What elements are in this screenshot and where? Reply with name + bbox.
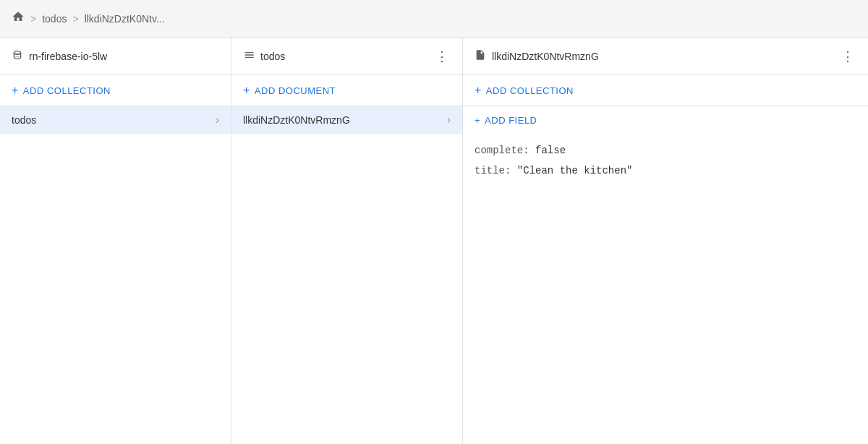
col-header-title-collection: todos <box>260 51 285 62</box>
field-row-title: title: "Clean the kitchen" <box>475 161 856 181</box>
add-field-button[interactable]: + ADD FIELD <box>463 106 868 135</box>
document-icon <box>475 49 486 64</box>
field-key-complete: complete: <box>475 145 529 156</box>
add-field-label: ADD FIELD <box>485 115 537 126</box>
field-key-title: title: <box>475 165 511 176</box>
column-document: llkdiNzDztK0NtvRmznG ⋮ + ADD COLLECTION … <box>463 38 868 444</box>
add-collection-label-left: ADD COLLECTION <box>23 85 111 96</box>
plus-icon-col2: + <box>243 84 250 97</box>
plus-icon-col1: + <box>12 84 19 97</box>
col-header-title-database: rn-firebase-io-5lw <box>29 51 107 62</box>
columns-container: rn-firebase-io-5lw + ADD COLLECTION todo… <box>0 38 868 444</box>
col-header-title-document: llkdiNzDztK0NtvRmznG <box>492 51 599 62</box>
breadcrumb-sep-2: > <box>72 13 78 25</box>
add-collection-label-right: ADD COLLECTION <box>486 85 574 96</box>
chevron-icon-doc: › <box>447 114 451 127</box>
fields-container: complete: false title: "Clean the kitche… <box>463 135 868 187</box>
list-item-todos-label: todos <box>12 114 36 126</box>
plus-icon-col3-field: + <box>475 115 480 126</box>
column-collection: todos ⋮ + ADD DOCUMENT llkdiNzDztK0NtvRm… <box>231 38 463 444</box>
col-header-database: rn-firebase-io-5lw <box>0 38 231 75</box>
breadcrumb-sep-1: > <box>30 13 36 25</box>
col-header-left-document: llkdiNzDztK0NtvRmznG <box>475 49 599 64</box>
plus-icon-col3-collection: + <box>475 84 482 97</box>
home-icon[interactable] <box>12 10 25 27</box>
collection-icon <box>243 49 255 64</box>
add-document-button[interactable]: + ADD DOCUMENT <box>231 75 462 106</box>
list-item-doc[interactable]: llkdiNzDztK0NtvRmznG › <box>231 106 462 134</box>
col-header-left-database: rn-firebase-io-5lw <box>12 49 107 64</box>
add-collection-button-left[interactable]: + ADD COLLECTION <box>0 75 231 106</box>
collection-menu-button[interactable]: ⋮ <box>433 48 451 65</box>
chevron-icon-todos: › <box>216 114 219 127</box>
breadcrumb-bar: > todos > llkdiNzDztK0Ntv... <box>0 0 868 38</box>
column-database: rn-firebase-io-5lw + ADD COLLECTION todo… <box>0 38 231 444</box>
col-header-collection: todos ⋮ <box>231 38 462 75</box>
document-menu-button[interactable]: ⋮ <box>839 48 856 65</box>
field-value-complete: false <box>535 145 566 156</box>
col-header-left-collection: todos <box>243 49 285 64</box>
breadcrumb-item-todos[interactable]: todos <box>42 13 67 25</box>
breadcrumb-item-doc[interactable]: llkdiNzDztK0Ntv... <box>85 13 165 25</box>
add-document-label: ADD DOCUMENT <box>255 85 336 96</box>
field-value-title: "Clean the kitchen" <box>517 165 633 176</box>
add-collection-button-right[interactable]: + ADD COLLECTION <box>463 75 868 106</box>
database-icon <box>12 49 23 64</box>
list-item-todos[interactable]: todos › <box>0 106 231 134</box>
field-row-complete: complete: false <box>475 140 856 161</box>
col-header-document: llkdiNzDztK0NtvRmznG ⋮ <box>463 38 868 75</box>
list-item-doc-label: llkdiNzDztK0NtvRmznG <box>243 114 350 126</box>
